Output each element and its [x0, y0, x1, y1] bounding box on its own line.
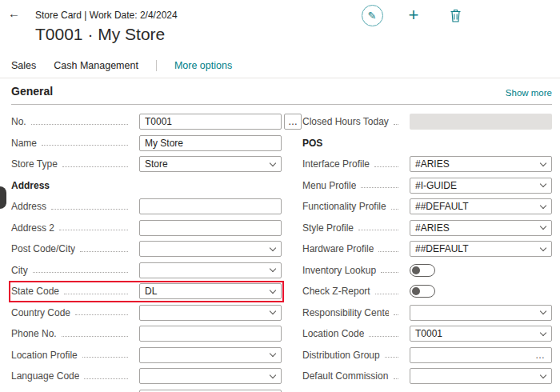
dotted-leader — [375, 294, 398, 294]
field-row-city: City — [11, 260, 282, 282]
no-input[interactable] — [139, 114, 282, 130]
show-more-link[interactable]: Show more — [506, 88, 552, 98]
field-value: #ARIES — [415, 158, 450, 170]
toggle-knob — [412, 266, 420, 274]
interface-profile-select[interactable]: #ARIES — [410, 156, 552, 172]
field-value: ##DEFAULT — [415, 243, 468, 254]
new-button[interactable]: + — [402, 3, 426, 27]
dotted-leader — [42, 145, 128, 146]
post-code-city-select[interactable] — [139, 241, 282, 257]
inventory-lookup-toggle[interactable] — [410, 264, 435, 277]
trash-icon — [450, 9, 462, 22]
location-code-select[interactable]: T0001 — [410, 326, 552, 342]
field-row-location-profile: Location Profile — [11, 345, 282, 366]
field-row-closed-hours-today: Closed Hours Today — [302, 111, 552, 133]
distribution-group-field[interactable]: … — [410, 347, 552, 363]
field-label: Address — [11, 201, 46, 212]
field-label: City — [11, 265, 28, 276]
address-input[interactable] — [139, 198, 282, 214]
chevron-down-icon — [270, 160, 276, 166]
field-row-country-code: Country Code — [11, 302, 282, 324]
field-label: Location Profile — [11, 350, 78, 361]
dotted-leader — [62, 336, 128, 337]
dotted-leader — [31, 124, 128, 125]
chevron-down-icon — [540, 330, 546, 336]
header-actions: ✎ + — [360, 3, 467, 27]
field-row-inventory-lookup: Inventory Lookup — [302, 260, 552, 282]
language-code-select[interactable] — [139, 368, 282, 384]
dotted-leader — [75, 314, 128, 315]
menu-divider — [156, 60, 157, 71]
chevron-down-icon — [270, 372, 276, 378]
store-type-select[interactable]: Store — [139, 156, 282, 172]
menu-profile-select[interactable]: #I-GUIDE — [410, 178, 552, 194]
chevron-down-icon — [540, 223, 546, 230]
dotted-leader — [394, 378, 398, 379]
field-value: T0001 — [415, 328, 442, 339]
chevron-down-icon — [540, 245, 546, 251]
edit-pencil-icon: ✎ — [362, 5, 383, 26]
field-label: Store Type — [11, 158, 58, 170]
field-row-language-code: Language Code — [11, 366, 282, 387]
chevron-down-icon — [270, 266, 276, 272]
field-value: DL — [145, 286, 157, 297]
back-button[interactable]: ← — [8, 6, 20, 20]
field-value: #I-GUIDE — [415, 180, 457, 191]
more-options-link[interactable]: More options — [174, 60, 232, 71]
field-row-post-code-city: Post Code/City — [11, 238, 282, 260]
functionality-profile-select[interactable]: ##DEFAULT — [410, 198, 552, 214]
dotted-leader — [80, 251, 128, 252]
group-title: Address — [11, 180, 50, 191]
field-label: Inventory Lookup — [302, 265, 376, 276]
field-row-functionality-profile: Functionality Profile ##DEFAULT — [302, 196, 552, 218]
pane-expand-handle[interactable] — [0, 186, 6, 209]
field-label: Functionality Profile — [302, 201, 386, 212]
field-row-address: Address — [11, 196, 282, 218]
field-label: Check Z-Report — [302, 286, 370, 297]
chevron-down-icon — [270, 245, 276, 251]
field-value: #ARIES — [415, 222, 450, 234]
menu-item-sales[interactable]: Sales — [11, 60, 36, 71]
field-row-default-commission-group: Default Commission Gro... — [302, 366, 552, 387]
field-value: ##DEFAULT — [415, 201, 468, 212]
default-commission-group-select[interactable] — [410, 368, 552, 384]
menu-item-cash-management[interactable]: Cash Management — [54, 60, 138, 71]
address2-input[interactable] — [139, 220, 282, 236]
phone-no-input[interactable] — [139, 326, 282, 342]
field-row-phone-no: Phone No. — [11, 323, 282, 345]
hardware-profile-select[interactable]: ##DEFAULT — [410, 241, 552, 257]
field-label: Menu Profile — [302, 180, 356, 191]
top-bar: ← Store Card | Work Date: 2/4/2024 T0001… — [0, 0, 560, 53]
assist-edit-icon[interactable]: … — [535, 350, 546, 361]
field-row-store-type: Store Type Store — [11, 154, 282, 175]
dotted-leader — [358, 230, 398, 230]
field-row-interface-profile: Interface Profile #ARIES — [302, 154, 552, 175]
dotted-leader — [378, 251, 398, 252]
dotted-leader — [59, 230, 128, 230]
dotted-leader — [64, 294, 128, 294]
field-columns: No. … Name Store Type Store Address Addr… — [0, 111, 560, 392]
back-arrow-icon: ← — [8, 6, 20, 20]
section-title: General — [11, 85, 53, 98]
edit-button[interactable]: ✎ — [360, 3, 384, 27]
field-label: Interface Profile — [302, 158, 370, 170]
style-profile-select[interactable]: #ARIES — [410, 220, 552, 236]
delete-button[interactable] — [443, 3, 467, 27]
check-z-report-toggle[interactable] — [410, 285, 435, 298]
country-code-select[interactable] — [139, 305, 282, 321]
chevron-down-icon — [540, 308, 546, 314]
state-code-select[interactable]: DL — [139, 283, 282, 299]
city-select[interactable] — [139, 262, 282, 278]
field-label: Post Code/City — [11, 243, 75, 254]
dotted-leader — [381, 272, 398, 273]
responsibility-center-select[interactable] — [410, 305, 552, 321]
chevron-down-icon — [270, 287, 276, 294]
no-assist-button[interactable]: … — [284, 114, 302, 130]
field-label: State Code — [11, 286, 59, 297]
field-label: Name — [11, 138, 37, 149]
name-input[interactable] — [139, 135, 282, 151]
field-label: Closed Hours Today — [302, 116, 389, 127]
chevron-down-icon — [540, 372, 546, 378]
location-profile-select[interactable] — [139, 347, 282, 363]
general-section-header: General Show more — [11, 85, 552, 105]
